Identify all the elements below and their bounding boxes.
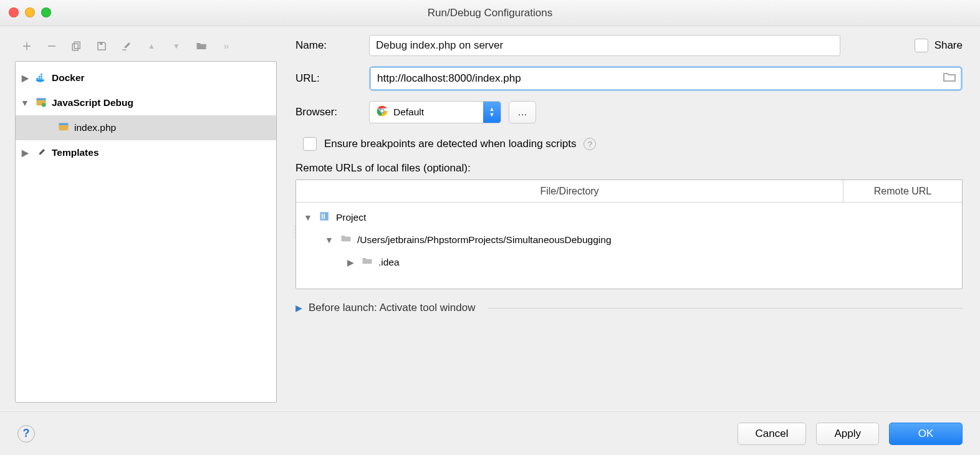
remote-tree-label: /Users/jetbrains/PhpstormProjects/Simult… bbox=[357, 234, 612, 246]
cancel-button[interactable]: Cancel bbox=[737, 423, 807, 445]
zoom-window-button[interactable] bbox=[41, 7, 51, 17]
chevron-right-icon: ▶ bbox=[295, 303, 302, 313]
ensure-breakpoints-label: Ensure breakpoints are detected when loa… bbox=[324, 138, 576, 150]
folder-icon bbox=[361, 255, 373, 270]
tree-node-indexphp[interactable]: index.php bbox=[16, 115, 276, 140]
tree-label: Templates bbox=[52, 147, 99, 158]
chevron-down-icon: ▼ bbox=[19, 98, 31, 108]
tree-label: index.php bbox=[74, 122, 116, 133]
save-config-icon[interactable] bbox=[95, 39, 108, 53]
config-tree[interactable]: ▶ Docker ▼ bbox=[15, 61, 277, 403]
titlebar: Run/Debug Configurations bbox=[0, 0, 980, 26]
move-down-icon[interactable]: ▼ bbox=[170, 39, 183, 53]
url-field-wrapper bbox=[369, 66, 963, 91]
tree-label: JavaScript Debug bbox=[52, 97, 133, 108]
docker-icon bbox=[34, 71, 48, 85]
chevron-down-icon: ▼ bbox=[302, 213, 314, 223]
remote-urls-table: File/Directory Remote URL ▼ Project ▼ bbox=[295, 180, 963, 289]
chevron-right-icon: ▶ bbox=[19, 73, 31, 83]
before-launch-section[interactable]: ▶ Before launch: Activate tool window bbox=[295, 302, 963, 314]
tree-node-docker[interactable]: ▶ Docker bbox=[16, 65, 276, 90]
svg-point-5 bbox=[42, 103, 46, 107]
select-arrows-icon: ▲▼ bbox=[483, 102, 501, 123]
help-icon[interactable]: ? bbox=[584, 138, 596, 150]
browse-folder-icon[interactable] bbox=[942, 70, 957, 87]
remote-tree-idea[interactable]: ▶ .idea bbox=[296, 251, 962, 274]
browser-select[interactable]: Default ▲▼ bbox=[369, 101, 501, 123]
apply-button[interactable]: Apply bbox=[816, 423, 879, 445]
tree-label: Docker bbox=[52, 72, 85, 84]
chevron-right-icon: ▶ bbox=[19, 148, 31, 158]
copy-config-icon[interactable] bbox=[70, 39, 84, 53]
svg-rect-1 bbox=[72, 44, 78, 50]
remote-tree-project[interactable]: ▼ Project bbox=[296, 206, 962, 229]
svg-rect-2 bbox=[100, 42, 103, 45]
name-label: Name: bbox=[295, 39, 369, 52]
close-window-button[interactable] bbox=[9, 7, 19, 17]
minimize-window-button[interactable] bbox=[25, 7, 35, 17]
move-up-icon[interactable]: ▲ bbox=[145, 39, 158, 53]
more-actions-icon[interactable]: » bbox=[219, 39, 233, 53]
jsdebug-icon bbox=[34, 96, 48, 110]
browser-label: Browser: bbox=[295, 106, 369, 118]
share-label: Share bbox=[934, 39, 963, 52]
browser-more-button[interactable]: … bbox=[509, 101, 536, 123]
svg-rect-0 bbox=[74, 42, 80, 49]
remote-urls-label: Remote URLs of local files (optional): bbox=[295, 162, 963, 175]
remote-tree-label: Project bbox=[336, 212, 366, 223]
svg-point-10 bbox=[381, 110, 384, 113]
chevron-down-icon: ▼ bbox=[324, 235, 335, 245]
chrome-icon bbox=[376, 105, 388, 120]
config-toolbar: ▲ ▼ » bbox=[11, 35, 284, 57]
remote-tree-label: .idea bbox=[378, 257, 400, 268]
before-launch-label: Before launch: Activate tool window bbox=[309, 302, 475, 314]
svg-rect-13 bbox=[324, 214, 325, 219]
tree-node-templates[interactable]: ▶ Templates bbox=[16, 140, 276, 165]
name-input[interactable] bbox=[369, 35, 840, 56]
svg-rect-7 bbox=[59, 123, 69, 125]
url-input[interactable] bbox=[371, 68, 942, 89]
tree-node-jsdebug[interactable]: ▼ JavaScript Debug bbox=[16, 90, 276, 115]
ensure-breakpoints-checkbox[interactable] bbox=[303, 137, 317, 151]
jsdebug-file-icon bbox=[57, 121, 70, 135]
separator bbox=[488, 308, 963, 309]
share-checkbox[interactable] bbox=[915, 39, 928, 52]
add-config-icon[interactable] bbox=[20, 39, 34, 53]
chevron-right-icon: ▶ bbox=[345, 257, 356, 267]
ellipsis-icon: … bbox=[517, 107, 527, 118]
help-button[interactable]: ? bbox=[17, 425, 35, 443]
edit-defaults-icon[interactable] bbox=[120, 39, 133, 53]
remove-config-icon[interactable] bbox=[45, 39, 59, 53]
table-header-file[interactable]: File/Directory bbox=[296, 180, 843, 202]
project-icon bbox=[319, 210, 331, 225]
url-label: URL: bbox=[295, 72, 369, 85]
svg-rect-4 bbox=[37, 98, 46, 100]
table-header-remote[interactable]: Remote URL bbox=[843, 180, 962, 202]
folder-group-icon[interactable] bbox=[195, 39, 208, 53]
wrench-icon bbox=[34, 146, 48, 160]
svg-rect-12 bbox=[322, 214, 323, 219]
folder-icon bbox=[340, 232, 352, 247]
ok-button[interactable]: OK bbox=[889, 423, 963, 445]
window-title: Run/Debug Configurations bbox=[428, 7, 552, 19]
split-gripper-icon[interactable]: ⋮⋮ bbox=[292, 224, 298, 238]
remote-tree-path[interactable]: ▼ /Users/jetbrains/PhpstormProjects/Simu… bbox=[296, 229, 962, 251]
browser-value: Default bbox=[393, 107, 478, 118]
